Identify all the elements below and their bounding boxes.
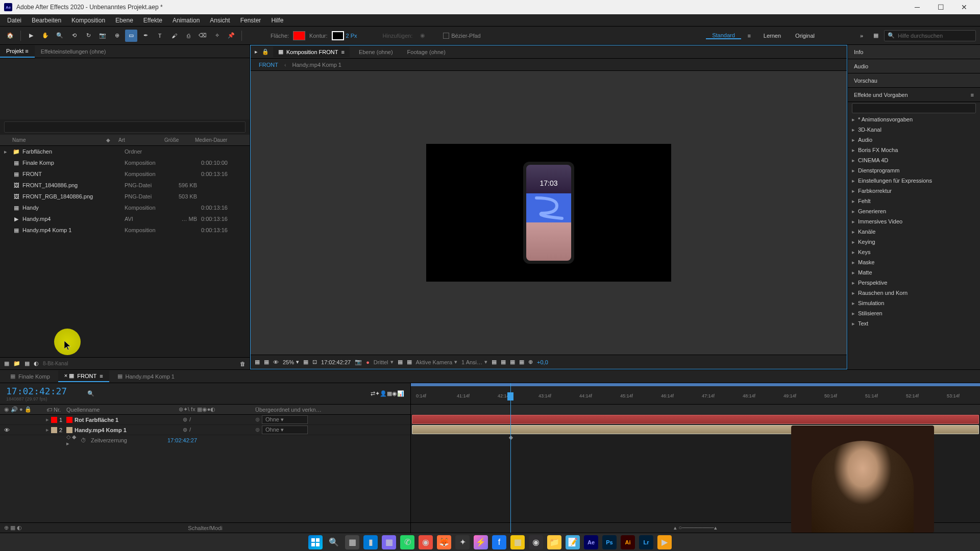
effects-category[interactable]: ▸Text <box>848 318 980 329</box>
effects-category[interactable]: ▸3D-Kanal <box>848 124 980 135</box>
timeline-tab-finale[interactable]: ▦ Finale Komp <box>4 371 56 382</box>
breadcrumb-handy[interactable]: Handy.mp4 Komp 1 <box>292 62 341 68</box>
effects-category[interactable]: ▸Stilisieren <box>848 308 980 318</box>
effects-category[interactable]: ▸Einstellungen für Expressions <box>848 176 980 186</box>
menu-effects[interactable]: Effekte <box>138 15 167 26</box>
comp-mini-flowchart-icon[interactable]: ⇄ <box>371 390 375 397</box>
taskbar-ps[interactable]: Ps <box>602 535 617 549</box>
selection-tool[interactable]: ▶ <box>25 30 37 42</box>
col-tag[interactable]: ◆ <box>106 137 118 143</box>
taskbar-firefox[interactable]: 🦊 <box>437 535 451 549</box>
zoom-tool[interactable]: 🔍 <box>54 30 66 42</box>
taskbar-messenger[interactable]: ⚡ <box>474 535 488 549</box>
effects-category[interactable]: ▸Dienstprogramm <box>848 165 980 176</box>
col-name[interactable]: Name <box>4 137 106 143</box>
shy-icon[interactable]: 👤 <box>380 390 387 397</box>
taskbar-app3[interactable]: ◉ <box>419 535 433 549</box>
exposure-value[interactable]: +0,0 <box>537 359 548 365</box>
taskbar-obs[interactable]: ◉ <box>529 535 543 549</box>
workspace-panel-icon[interactable]: ▦ <box>870 30 882 42</box>
effects-category[interactable]: ▸Farbkorrektur <box>848 186 980 196</box>
orbit-tool[interactable]: ⟲ <box>68 30 80 42</box>
effects-category[interactable]: ▸Immersives Video <box>848 216 980 227</box>
effects-category[interactable]: ▸* Animationsvorgaben <box>848 114 980 124</box>
taskbar-notepad[interactable]: 📝 <box>566 535 580 549</box>
home-tool[interactable]: 🏠 <box>4 30 16 42</box>
bezier-checkbox[interactable]: Bézier-Pfad <box>443 33 480 39</box>
fast-preview-icon[interactable]: ⊡ <box>312 359 317 365</box>
effects-category[interactable]: ▸Audio <box>848 135 980 145</box>
effects-category[interactable]: ▸Fehlt <box>848 196 980 206</box>
taskbar-lr[interactable]: Lr <box>639 535 653 549</box>
fast-previews-icon[interactable]: ▦ <box>501 359 506 365</box>
menu-file[interactable]: Datei <box>2 15 27 26</box>
effects-category[interactable]: ▸Generieren <box>848 206 980 216</box>
taskbar-ae[interactable]: Ae <box>584 535 598 549</box>
roi-icon[interactable]: ▦ <box>398 359 403 365</box>
col-duration[interactable]: Medien-Dauer <box>195 137 236 143</box>
project-item[interactable]: ▦ Handy.mp4 Komp 1 Komposition 0:00:13:1… <box>0 224 250 236</box>
workspace-original[interactable]: Original <box>789 33 821 39</box>
close-button[interactable]: ✕ <box>952 0 976 14</box>
overflow-icon[interactable]: » <box>855 30 868 42</box>
viewer-tab-comp[interactable]: ▦ Komposition FRONT ≡ <box>273 46 350 57</box>
effects-category[interactable]: ▸CINEMA 4D <box>848 155 980 165</box>
menu-view[interactable]: Ansicht <box>205 15 235 26</box>
viewer-tab-layer[interactable]: Ebene (ohne) <box>354 47 398 57</box>
effects-category[interactable]: ▸Maske <box>848 257 980 267</box>
maximize-button[interactable]: ☐ <box>929 0 952 14</box>
rotate-tool[interactable]: ↻ <box>82 30 94 42</box>
project-item[interactable]: ▦ Handy Komposition 0:00:13:16 <box>0 202 250 213</box>
timeline-search-icon[interactable]: 🔍 <box>87 390 94 397</box>
workspace-learn[interactable]: Lernen <box>757 33 787 39</box>
clone-tool[interactable]: ⎙ <box>182 30 194 42</box>
help-search[interactable]: 🔍 Hilfe durchsuchen <box>884 30 976 41</box>
timeline-tab-front[interactable]: × ▦ FRONT ≡ <box>58 370 109 382</box>
property-value[interactable]: 17:02:42:27 <box>167 437 197 443</box>
zoom-dropdown[interactable]: 25% ▾ <box>283 359 299 365</box>
camera-tool[interactable]: 📷 <box>96 30 109 42</box>
menu-animation[interactable]: Animation <box>167 15 205 26</box>
switches-modes-label[interactable]: Schalter/Modi <box>188 525 222 531</box>
stroke-width-input[interactable]: 2 Px <box>346 33 366 39</box>
hand-tool[interactable]: ✋ <box>39 30 52 42</box>
views-dropdown[interactable]: 1 Ansi… ▾ <box>461 359 487 365</box>
rectangle-tool[interactable]: ▭ <box>125 30 137 42</box>
effects-category[interactable]: ▸Perspektive <box>848 278 980 288</box>
pixel-aspect-icon[interactable]: ▦ <box>492 359 497 365</box>
effects-search-input[interactable] <box>852 103 976 113</box>
channel-icon[interactable]: ● <box>366 359 370 365</box>
effects-category[interactable]: ▸Kanäle <box>848 227 980 237</box>
project-search-input[interactable] <box>4 121 246 133</box>
taskbar-explorer[interactable]: 📁 <box>547 535 561 549</box>
breadcrumb-front[interactable]: FRONT <box>259 62 278 68</box>
render-icon[interactable]: ⊕ <box>528 359 533 365</box>
menu-composition[interactable]: Komposition <box>66 15 110 26</box>
brush-tool[interactable]: 🖌 <box>168 30 180 42</box>
col-source-name[interactable]: Quellenname <box>66 407 179 413</box>
menu-help[interactable]: Hilfe <box>266 15 288 26</box>
panel-info[interactable]: Info <box>848 45 980 59</box>
taskbar-app1[interactable]: ▮ <box>363 535 378 549</box>
taskbar-app6[interactable]: ▶ <box>657 535 672 549</box>
text-tool[interactable]: T <box>154 30 166 42</box>
timeline-layer[interactable]: ▸ 1 Rot Farbfläche 1 ⊛ / ⊚ Ohne ▾ <box>0 415 410 425</box>
trash-icon[interactable]: 🗑 <box>240 361 246 367</box>
motion-blur-icon[interactable]: ◉ <box>392 390 397 397</box>
effects-category[interactable]: ▸Simulation <box>848 298 980 308</box>
timeline-ruler[interactable]: 0:14f41:14f42:14f43:14f44:14f45:14f46:14… <box>411 383 980 405</box>
workspace-standard[interactable]: Standard <box>706 32 741 39</box>
eraser-tool[interactable]: ⌫ <box>197 30 209 42</box>
taskbar-whatsapp[interactable]: ✆ <box>400 535 414 549</box>
col-size[interactable]: Größe <box>164 137 195 143</box>
magnification-icon[interactable]: ▦ <box>255 359 260 365</box>
keyframe-icon[interactable] <box>509 436 513 440</box>
project-items-list[interactable]: ▸ 📁 Farbflächen Ordner ▦ Finale Komp Kom… <box>0 146 250 357</box>
menu-edit[interactable]: Bearbeiten <box>27 15 66 26</box>
camera-dropdown[interactable]: Aktive Kamera ▾ <box>416 359 458 365</box>
viewer-tab-footage[interactable]: Footage (ohne) <box>402 47 451 57</box>
taskbar-ai[interactable]: Ai <box>621 535 635 549</box>
roto-tool[interactable]: ✧ <box>211 30 223 42</box>
playhead[interactable] <box>507 392 513 400</box>
project-item[interactable]: ▦ FRONT Komposition 0:00:13:16 <box>0 168 250 180</box>
